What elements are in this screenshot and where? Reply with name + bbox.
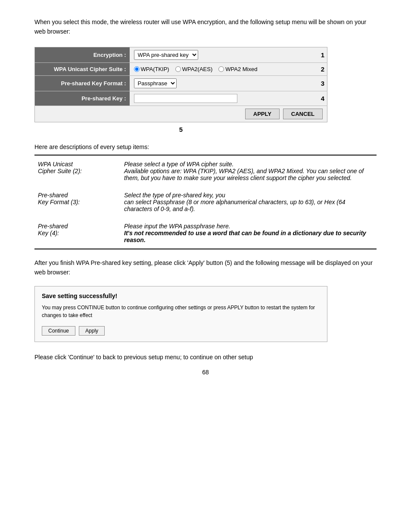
preshared-key-label: Pre-shared Key : [35,91,130,106]
wpa-radio-group: WPA(TKIP) WPA2(AES) WPA2 Mixed [134,66,310,72]
key-term-text: Pre-sharedKey (4): [38,223,68,236]
success-buttons: Continue Apply [42,326,320,336]
format-def: Select the type of pre-shared key, you c… [121,187,377,218]
here-text: Here are descriptions of every setup ite… [34,143,377,150]
number-5-label: 5 [34,126,327,133]
intro-paragraph: When you select this mode, the wireless … [34,17,377,37]
button-cell: APPLY CANCEL [130,106,327,122]
wpa-term: WPA UnicastCipher Suite (2): [34,155,121,187]
format-term-text: Pre-sharedKey Format (3): [38,192,80,205]
wpa-aes-radio[interactable] [175,66,181,72]
bottom-text: Please click 'Continue' to back to previ… [34,352,377,362]
row-number-3: 3 [314,75,327,91]
row-number-1: 1 [314,47,327,62]
wpa-mixed-radio[interactable] [218,66,224,72]
wpa-mixed-label[interactable]: WPA2 Mixed [218,66,257,72]
wpa-tkip-label[interactable]: WPA(TKIP) [134,66,169,72]
encryption-value: WPA pre-shared key WPA Enterprise [130,47,314,62]
key-def: Please input the WPA passphrase here. It… [121,218,377,249]
wpa-cipher-value: WPA(TKIP) WPA2(AES) WPA2 Mixed [130,62,314,75]
success-body: You may press CONTINUE button to continu… [42,304,320,319]
row-number-4: 4 [314,91,327,106]
preshared-format-row: Pre-shared Key Format : Passphrase Hex 3 [35,75,327,91]
settings-table: Encryption : WPA pre-shared key WPA Ente… [34,47,327,122]
success-box: Save setting successfully! You may press… [34,286,327,342]
cancel-button[interactable]: CANCEL [283,109,323,119]
wpa-term-text: WPA UnicastCipher Suite (2): [38,161,82,174]
preshared-format-value: Passphrase Hex [130,75,314,91]
desc-row-key: Pre-sharedKey (4): Please input the WPA … [34,218,377,249]
button-row: APPLY CANCEL [35,106,327,122]
encryption-label: Encryption : [35,47,130,62]
preshared-format-label: Pre-shared Key Format : [35,75,130,91]
page-number: 68 [34,369,377,376]
wpa-tkip-radio[interactable] [134,66,140,72]
wpa-aes-label[interactable]: WPA2(AES) [175,66,213,72]
after-text: After you finish WPA Pre-shared key sett… [34,258,377,277]
wpa-cipher-row: WPA Unicast Cipher Suite : WPA(TKIP) WPA… [35,62,327,75]
preshared-key-row: Pre-shared Key : 4 [35,91,327,106]
preshared-key-value [130,91,314,106]
encryption-select[interactable]: WPA pre-shared key WPA Enterprise [134,50,198,60]
desc-row-wpa: WPA UnicastCipher Suite (2): Please sele… [34,155,377,187]
apply-button[interactable]: APPLY [245,109,280,119]
encryption-row: Encryption : WPA pre-shared key WPA Ente… [35,47,327,62]
wpa-def: Please select a type of WPA cipher suite… [121,155,377,187]
button-spacer [35,106,130,122]
wpa-cipher-label: WPA Unicast Cipher Suite : [35,62,130,75]
preshared-key-input[interactable] [134,94,237,103]
descriptions-table: WPA UnicastCipher Suite (2): Please sele… [34,155,377,249]
row-number-2: 2 [314,62,327,75]
apply2-button[interactable]: Apply [79,326,105,336]
desc-row-format: Pre-sharedKey Format (3): Select the typ… [34,187,377,218]
key-def-bold: It's not recommended to use a word that … [124,230,366,243]
passphrase-select[interactable]: Passphrase Hex [134,78,177,88]
continue-button[interactable]: Continue [42,326,75,336]
success-title: Save setting successfully! [42,292,320,299]
key-term: Pre-sharedKey (4): [34,218,121,249]
format-term: Pre-sharedKey Format (3): [34,187,121,218]
